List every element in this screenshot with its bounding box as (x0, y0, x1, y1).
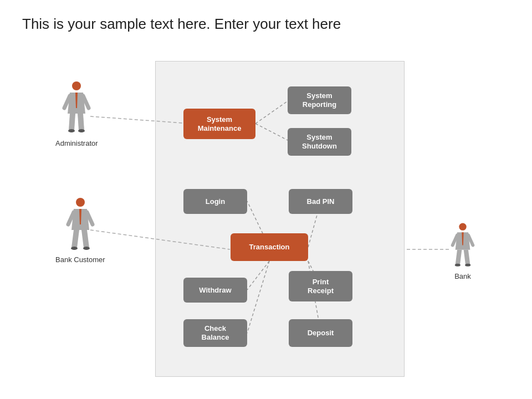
svg-marker-13 (81, 230, 89, 248)
transaction-label: Transaction (249, 243, 290, 252)
svg-marker-3 (69, 114, 75, 130)
svg-point-14 (71, 247, 78, 250)
svg-point-23 (455, 264, 461, 267)
withdraw-label: Withdraw (199, 286, 231, 295)
diagram-container: SystemMaintenance SystemReporting System… (155, 61, 405, 377)
svg-marker-21 (456, 250, 462, 265)
login-label: Login (206, 197, 225, 206)
actor-bank-customer: Bank Customer (55, 197, 105, 264)
svg-line-28 (255, 124, 289, 141)
svg-point-15 (83, 247, 90, 250)
bank-customer-label: Bank Customer (55, 255, 105, 264)
print-receipt-label: PrintReceipt (308, 278, 334, 295)
actor-administrator: Administrator (55, 80, 98, 147)
transaction-box[interactable]: Transaction (231, 233, 308, 261)
svg-point-18 (459, 223, 466, 231)
check-balance-box[interactable]: CheckBalance (183, 319, 247, 347)
system-shutdown-box[interactable]: SystemShutdown (288, 128, 351, 156)
svg-point-5 (68, 129, 75, 132)
deposit-box[interactable]: Deposit (289, 319, 352, 347)
svg-marker-22 (464, 250, 470, 265)
print-receipt-box[interactable]: PrintReceipt (289, 271, 352, 301)
svg-marker-12 (71, 230, 79, 248)
bad-pin-box[interactable]: Bad PIN (289, 189, 352, 214)
svg-point-6 (78, 129, 85, 132)
bank-label: Bank (454, 272, 471, 280)
check-balance-label: CheckBalance (202, 324, 229, 341)
svg-point-0 (72, 81, 81, 90)
svg-point-9 (76, 198, 85, 207)
system-reporting-box[interactable]: SystemReporting (288, 86, 351, 114)
system-shutdown-label: SystemShutdown (302, 133, 337, 150)
svg-marker-4 (78, 114, 84, 130)
bank-figure (449, 222, 477, 269)
svg-point-24 (465, 264, 470, 267)
system-maintenance-label: SystemMaintenance (198, 115, 242, 132)
login-box[interactable]: Login (183, 189, 247, 214)
administrator-label: Administrator (55, 139, 98, 147)
system-reporting-label: SystemReporting (303, 91, 336, 109)
administrator-figure (60, 80, 93, 136)
actor-bank: Bank (449, 222, 477, 280)
withdraw-box[interactable]: Withdraw (183, 278, 247, 303)
deposit-label: Deposit (308, 329, 334, 337)
svg-line-33 (247, 261, 269, 333)
svg-line-31 (247, 261, 269, 290)
svg-line-27 (255, 100, 289, 124)
bad-pin-label: Bad PIN (307, 197, 335, 206)
bank-customer-figure (64, 197, 97, 252)
system-maintenance-box[interactable]: SystemMaintenance (183, 109, 255, 139)
page-title: This is your sample text here. Enter you… (22, 16, 341, 33)
